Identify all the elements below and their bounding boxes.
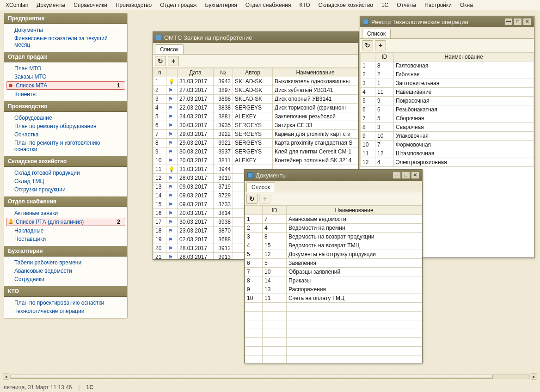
sidebar-item[interactable]: Поставщики bbox=[5, 235, 126, 243]
table-row[interactable]: 7⚑29.03.20173922SERGEYSКарман для proxim… bbox=[153, 130, 358, 139]
sidebar-item[interactable]: План МТО bbox=[5, 64, 126, 73]
scroll-thumb[interactable] bbox=[11, 375, 493, 379]
menu-item[interactable]: XComlan bbox=[2, 1, 32, 9]
column-header[interactable] bbox=[245, 206, 263, 215]
menu-item[interactable]: Складское хозяйство bbox=[315, 1, 377, 9]
close-button[interactable]: ✕ bbox=[411, 172, 419, 179]
sidebar-group-header[interactable]: Складское хозяйство bbox=[4, 156, 127, 167]
table-row[interactable]: 1011Счета на оплату ТМЦ bbox=[245, 294, 422, 303]
column-header[interactable]: Наименование bbox=[394, 53, 534, 61]
sidebar-item[interactable]: Склад ТМЦ bbox=[5, 177, 126, 185]
column-header[interactable]: № bbox=[214, 68, 233, 77]
table-row[interactable]: 4⚑22.03.20173838SERGEYSДиск тормозной (ф… bbox=[153, 104, 358, 112]
table-row[interactable]: 59Покрасочная bbox=[361, 97, 534, 105]
sidebar-item[interactable]: Документы bbox=[5, 26, 126, 34]
menu-item[interactable]: 1С bbox=[378, 1, 392, 9]
table-row[interactable]: 3⚑27.03.20173898SKLAD-SKДиск опорный УВ3… bbox=[153, 95, 358, 104]
minimize-button[interactable]: — bbox=[393, 172, 401, 179]
sidebar-item[interactable]: План по проектированию оснастки bbox=[5, 299, 126, 307]
menu-item[interactable]: КТО bbox=[295, 1, 313, 9]
table-row[interactable]: 512Документы на отгрузку продукции bbox=[245, 250, 422, 259]
table-row[interactable]: 75Сборочная bbox=[361, 114, 534, 123]
table-row[interactable]: 22Гибочная bbox=[361, 70, 534, 79]
table-row[interactable]: 66Резьбонакатная bbox=[361, 105, 534, 114]
refresh-button[interactable]: ↻ bbox=[155, 56, 166, 66]
column-header[interactable] bbox=[166, 68, 178, 77]
table-row[interactable]: 8⚑29.03.20173921SERGEYSКарта proximity с… bbox=[153, 139, 358, 147]
table-row[interactable] bbox=[245, 303, 422, 312]
table-row[interactable]: 18Галтовочная bbox=[361, 61, 534, 70]
table-row[interactable]: 1112Штамповочная bbox=[361, 149, 534, 158]
minimize-button[interactable]: — bbox=[504, 18, 513, 25]
tab-list[interactable]: Список bbox=[155, 44, 184, 54]
titlebar[interactable]: Реестр Технологические операции — □ ✕ bbox=[360, 16, 534, 27]
table-row[interactable]: 1💡31.03.20173943SKLAD-SKВыключатель одно… bbox=[153, 77, 358, 86]
scroll-track[interactable] bbox=[10, 374, 530, 379]
table-row[interactable] bbox=[245, 338, 422, 347]
horizontal-scrollbar[interactable]: ◄ ► bbox=[3, 374, 537, 380]
table-row[interactable]: 913Распоряжения bbox=[245, 285, 422, 294]
table-row[interactable]: 65Заявления bbox=[245, 259, 422, 268]
refresh-button[interactable]: ↻ bbox=[362, 40, 373, 50]
table-row[interactable]: 415Ведомость на возврат ТМЦ bbox=[245, 241, 422, 250]
sidebar-item[interactable]: Клиенты bbox=[5, 90, 126, 98]
refresh-button[interactable]: ↻ bbox=[246, 194, 258, 204]
sidebar-item[interactable]: Список РТА (для наличия)2 bbox=[6, 218, 125, 226]
add-button[interactable]: + bbox=[375, 40, 386, 50]
sidebar-item[interactable]: Накладные bbox=[5, 227, 126, 235]
menubar[interactable]: XComlanДокументыСправочникиПроизводствоО… bbox=[0, 0, 540, 10]
column-header[interactable]: ID bbox=[375, 53, 394, 61]
sidebar-item[interactable]: Оборудование bbox=[5, 114, 126, 122]
menu-item[interactable]: Производство bbox=[112, 1, 155, 9]
scroll-left-icon[interactable]: ◄ bbox=[3, 374, 9, 380]
maximize-button[interactable]: □ bbox=[402, 172, 410, 179]
table-row[interactable] bbox=[245, 320, 422, 329]
menu-item[interactable]: Справочники bbox=[70, 1, 111, 9]
sidebar-item[interactable]: План по ремонту и изготовлению оснастки bbox=[5, 139, 126, 153]
sidebar-item[interactable]: Заказы МТО bbox=[5, 73, 126, 81]
column-header[interactable]: Наименование bbox=[273, 68, 358, 77]
menu-item[interactable]: Отчёты bbox=[393, 1, 420, 9]
sidebar-item[interactable]: Финансовые показатели за текущий месяц bbox=[5, 34, 126, 49]
titlebar[interactable]: ОМТС Заявки на приобретение bbox=[153, 32, 358, 43]
column-header[interactable]: n bbox=[153, 68, 166, 77]
table-row[interactable] bbox=[245, 355, 422, 363]
sidebar-item[interactable]: Список МТА1 bbox=[6, 81, 125, 90]
table-row[interactable]: 24Ведомости на премии bbox=[245, 224, 422, 233]
sidebar-item[interactable]: Технологические операции bbox=[5, 307, 126, 315]
sidebar-group-header[interactable]: Бухгалтерия bbox=[4, 246, 127, 257]
column-header[interactable]: Наименование bbox=[287, 206, 422, 215]
column-header[interactable]: Автор bbox=[233, 68, 273, 77]
menu-item[interactable]: Бухгалтерия bbox=[202, 1, 241, 9]
sidebar-item[interactable]: Склад готовой продукции bbox=[5, 169, 126, 177]
table-row[interactable]: 38Ведомость на возврат продукции bbox=[245, 233, 422, 241]
sidebar-item[interactable]: Табели рабочего времени bbox=[5, 258, 126, 267]
table-row[interactable]: 5⚑24.03.20173881ALEXEYЗаклепочник резьбо… bbox=[153, 112, 358, 121]
menu-item[interactable]: Настройки bbox=[421, 1, 455, 9]
table-row[interactable]: 107Формовочная bbox=[361, 141, 534, 149]
table-row[interactable]: 124Электроэрозионная bbox=[361, 158, 534, 167]
column-header[interactable] bbox=[361, 53, 375, 61]
grid[interactable]: IDНаименование17Авансовые ведомости24Вед… bbox=[245, 206, 422, 363]
close-button[interactable]: ✕ bbox=[523, 18, 531, 25]
sidebar-item[interactable]: Оснастка bbox=[5, 130, 126, 139]
table-row[interactable]: 17Авансовые ведомости bbox=[245, 215, 422, 224]
table-row[interactable]: 411Навешивание bbox=[361, 88, 534, 97]
table-row[interactable] bbox=[245, 312, 422, 320]
sidebar-group-header[interactable]: Производство bbox=[4, 101, 127, 112]
menu-item[interactable]: Окна bbox=[456, 1, 477, 9]
sidebar-group-header[interactable]: Отдел снабжения bbox=[4, 196, 127, 207]
column-header[interactable]: ID bbox=[263, 206, 287, 215]
tab-list[interactable]: Список bbox=[362, 29, 391, 38]
table-row[interactable]: 83Сварочная bbox=[361, 123, 534, 132]
sidebar-item[interactable]: Сотрудники bbox=[5, 275, 126, 283]
menu-item[interactable]: Отдел снабжения bbox=[242, 1, 295, 9]
table-row[interactable] bbox=[245, 329, 422, 338]
sidebar-group-header[interactable]: Отдел продаж bbox=[4, 52, 127, 62]
titlebar[interactable]: Документы — □ ✕ bbox=[245, 170, 422, 181]
sidebar-group-header[interactable]: КТО bbox=[4, 286, 127, 297]
table-row[interactable]: 9⚑30.03.20173937SERGEYSКлей для плитки C… bbox=[153, 147, 358, 156]
sidebar-group-header[interactable]: Предприятие bbox=[4, 13, 127, 24]
menu-item[interactable]: Документы bbox=[33, 1, 69, 9]
sidebar-item[interactable]: Отгрузки продукции bbox=[5, 185, 126, 194]
